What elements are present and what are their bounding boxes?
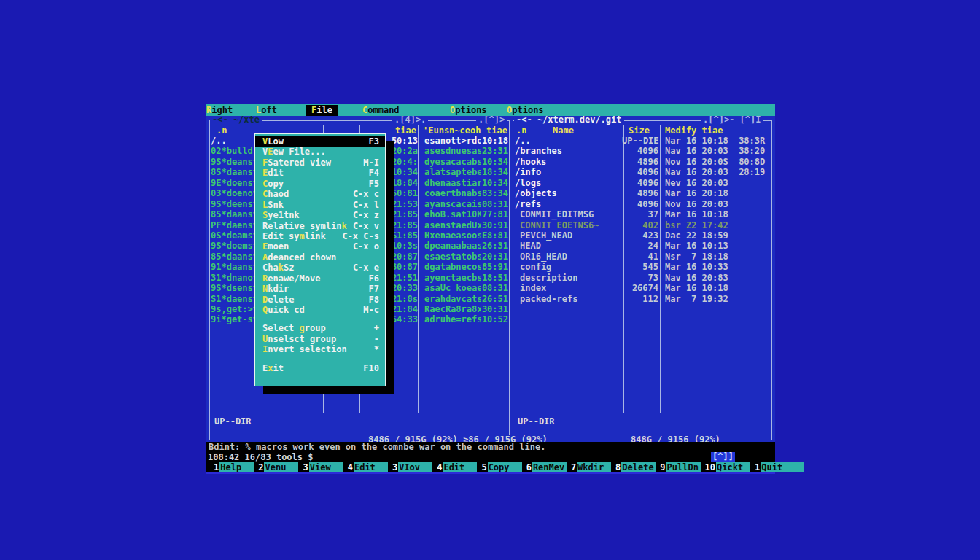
file-row[interactable]: HEAD 24 Mar 16 10:13: [515, 241, 771, 251]
file-row[interactable]: 20:87 esaestatobs 20:31: [391, 252, 508, 262]
right-panel-header-name[interactable]: Name: [553, 125, 574, 136]
file-row[interactable]: 50:81 coaertbnabs 83:34: [391, 188, 508, 198]
right-panel-status-separator: [513, 413, 771, 413]
menu-bar-item[interactable]: Right: [206, 105, 233, 116]
menu-bar-item[interactable]: File: [306, 105, 338, 116]
dropdown-menu-item[interactable]: Select group +: [255, 323, 385, 333]
dropdown-menu-item[interactable]: VLow F3: [255, 136, 385, 147]
dropdown-menu-item[interactable]: ChakSz C-x e: [255, 262, 385, 273]
dropdown-menu-item[interactable]: LSnk C-x l: [255, 200, 385, 210]
file-row[interactable]: /hooks 4896 Nov 16 20:0S 80:8D: [515, 157, 771, 167]
left-panel-header-name[interactable]: .n: [217, 125, 227, 136]
left-panel-header-time1[interactable]: tiae: [395, 125, 416, 136]
dropdown-menu-item[interactable]: Chaod C-x c: [255, 189, 385, 199]
dropdown-menu-item[interactable]: Renawe/Move F6: [255, 273, 385, 284]
function-key-button[interactable]: 10 Qickt: [703, 462, 750, 472]
right-panel-header-mtime[interactable]: Medify tiae: [665, 125, 723, 136]
dropdown-menu-item[interactable]: Unselsct group -: [255, 334, 385, 344]
file-row[interactable]: 30:87 dgatabnecos 85:91: [391, 262, 508, 272]
dropdown-menu-item[interactable]: [255, 355, 385, 363]
file-row[interactable]: /info 4096 Nav 16 20:03 28:19: [515, 167, 771, 177]
left-panel-scroll-badge[interactable]: .[^]>: [476, 115, 507, 125]
function-key-button[interactable]: 9 PullDn: [658, 462, 700, 472]
right-panel-header-size[interactable]: Size: [629, 125, 650, 136]
file-row[interactable]: packed-refs 112 Mar 7 19:32: [515, 294, 771, 304]
history-badge[interactable]: [^]]: [711, 452, 735, 462]
dropdown-menu-item[interactable]: Exit F10: [255, 363, 385, 373]
right-panel-ministatus: UP--DIR: [518, 416, 555, 427]
function-key-button[interactable]: 3 View: [300, 462, 343, 472]
left-panel-title[interactable]: -<- ~/xte: [210, 115, 262, 125]
menu-bar-item[interactable]: Options: [507, 105, 544, 116]
menu-bar: LoftFileCommandOptionsOptionsRight: [206, 104, 775, 116]
file-row[interactable]: 21:8s erahdavcats. 26:51: [391, 294, 508, 304]
function-key-button[interactable]: 4 Edit: [435, 462, 477, 472]
function-key-button[interactable]: 6 RenMev: [524, 462, 567, 472]
function-key-button[interactable]: 4 Edit: [346, 462, 388, 472]
file-row[interactable]: 20:2a asesdnuesas 23:31: [391, 146, 508, 156]
file-row[interactable]: 10:34 alatsaptebe 18:34: [391, 167, 508, 177]
file-row[interactable]: 21:84 RaecRa8ra8x. 30:31: [391, 304, 508, 314]
left-panel-header-name2[interactable]: 'Eunsn~ceoh: [423, 125, 481, 136]
menu-bar-item[interactable]: Options: [450, 105, 487, 116]
right-panel-title[interactable]: -<- ~/xterm.dev/.git: [514, 115, 624, 125]
file-row[interactable]: 21:53 ayanscacais 08:31: [391, 199, 508, 209]
dropdown-menu-item[interactable]: Delete F8: [255, 295, 385, 305]
dropdown-menu-item[interactable]: VEew File...: [255, 147, 385, 157]
dropdown-menu-item[interactable]: Relative symlink C-x v: [255, 221, 385, 231]
desktop-background: LoftFileCommandOptionsOptionsRight -<- ~…: [0, 0, 980, 560]
dropdown-menu-item[interactable]: Emoen C-x o: [255, 241, 385, 252]
file-row[interactable]: CONMIT_EDITMSG 37 Mar 16 10:18: [515, 209, 771, 219]
file-row[interactable]: /.. UP--DIE Nar 16 10:18 38:3R: [515, 136, 771, 146]
left-panel-status-separator: [210, 413, 509, 413]
dropdown-menu-item[interactable]: Copy F5: [255, 179, 385, 189]
dropdown-menu-item[interactable]: Invert selection *: [255, 344, 385, 354]
file-row[interactable]: S1:85 Hxenaeasoos E8:81: [391, 230, 508, 241]
dropdown-menu-item[interactable]: Nkdir F7: [255, 284, 385, 294]
dropdown-menu-item[interactable]: [255, 315, 385, 323]
file-row[interactable]: /branches 4096 Nav 16 20:03 38:20: [515, 146, 771, 156]
right-panel-header-n[interactable]: .n: [516, 125, 526, 136]
file-row[interactable]: /objects 4896 Nar 16 20:18: [515, 188, 771, 198]
file-row[interactable]: description 73 Nav 16 20:83: [515, 273, 771, 283]
left-panel-sort-badge[interactable]: .[4]>.: [392, 115, 428, 125]
file-row[interactable]: /refs 4096 Nov 16 20:03: [515, 199, 771, 209]
file-row[interactable]: 18:84 dhenaastiars 10:34: [391, 178, 508, 188]
file-row[interactable]: 50:13 esanott>rdon 10:18: [391, 136, 508, 146]
function-key-button[interactable]: 8 Delete: [613, 462, 656, 472]
file-row[interactable]: 21:85 asenstaedUx. 30:91: [391, 220, 508, 230]
dropdown-menu-item[interactable]: FSatered view M-I: [255, 158, 385, 168]
menu-bar-item[interactable]: Command: [362, 105, 400, 116]
file-row[interactable]: config 545 Mar 16 10:33: [515, 262, 771, 272]
function-key-button[interactable]: 3 VIov: [390, 462, 432, 472]
function-key-button[interactable]: 1 Quit: [752, 462, 804, 472]
file-row[interactable]: CONNIT_EOETNS6~ 402 bsr Z2 17:42: [515, 220, 771, 230]
dropdown-menu-item[interactable]: Quick cd M-c: [255, 305, 385, 315]
file-row[interactable]: index 26674 Mar 16 10:18: [515, 283, 771, 293]
function-key-button[interactable]: 5 Copy: [479, 462, 521, 472]
dropdown-menu-item[interactable]: Adeanced chown: [255, 252, 385, 262]
left-panel-header-time2[interactable]: tiae: [486, 125, 508, 136]
file-row[interactable]: 20:33 asaUc koeaes 08:31: [391, 283, 508, 293]
function-key-button[interactable]: 2 Venu: [256, 462, 298, 472]
right-panel-sort-badges[interactable]: .[^]>- [^]I: [701, 115, 763, 125]
right-panel-file-list: /.. UP--DIE Nar 16 10:18 38:3R /branches…: [515, 136, 771, 304]
file-row[interactable]: /logs 4096 Nev 16 20:03: [515, 178, 771, 188]
file-row[interactable]: 21:85 ehoB.sat10K. 77:81: [391, 209, 508, 219]
function-key-button[interactable]: 1 Help: [211, 462, 254, 472]
window-bottom-edge: [206, 472, 775, 474]
file-row[interactable]: OR16_HEAD 41 Nsr 7 18:18: [515, 252, 771, 262]
dropdown-menu-item[interactable]: Ed1t F4: [255, 168, 385, 178]
dropdown-menu-item[interactable]: Edit symlink C-x C-s: [255, 231, 385, 241]
file-dropdown-menu: VLow F3 VEew File... FSatered view M-I E…: [254, 133, 386, 386]
function-key-button[interactable]: 7 Wkdir: [569, 462, 611, 472]
panels-area: -<- ~/xte .[4]>. .[^]> -<- ~/xterm.dev/.…: [206, 116, 775, 442]
file-row[interactable]: 21:51 ayenctaecbs 18:51: [391, 273, 508, 283]
command-line-input[interactable]: 108:42 16/83 tools $: [206, 453, 775, 462]
file-row[interactable]: 54:33 adruhe=refs 10:52: [391, 314, 508, 324]
file-row[interactable]: PEVCH_NEAD 423 Dac 22 18:59: [515, 230, 771, 241]
dropdown-menu-item[interactable]: Sye1tnk C-x z: [255, 210, 385, 220]
file-row[interactable]: 10:3s dpeanaabaas 26:31: [391, 241, 508, 251]
file-row[interactable]: 20:4: dyesacacabs. 10:34: [391, 157, 508, 167]
menu-bar-item[interactable]: Loft: [256, 105, 277, 116]
